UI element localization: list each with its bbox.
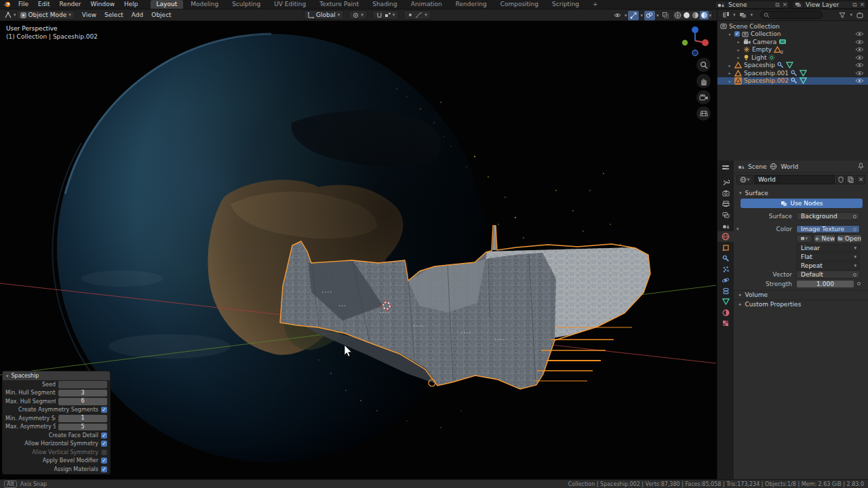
navigation-gizmo[interactable] bbox=[677, 23, 713, 58]
collection-checkbox[interactable]: ✓ bbox=[734, 31, 740, 37]
disclosure-triangle[interactable]: ▸ bbox=[736, 55, 741, 60]
hide-eye-icon[interactable] bbox=[855, 39, 864, 45]
max-asymmetry-field[interactable]: 5 bbox=[58, 424, 107, 431]
properties-tab-modifiers[interactable] bbox=[717, 253, 734, 264]
hide-eye-icon[interactable] bbox=[855, 62, 864, 68]
gizmos-caret[interactable]: ▾ bbox=[640, 13, 643, 18]
properties-tab-tool[interactable] bbox=[717, 177, 734, 188]
vertical-symmetry-checkbox[interactable] bbox=[101, 449, 107, 455]
editor-type-outliner-icon[interactable] bbox=[720, 10, 731, 20]
outliner-row-camera[interactable]: ▸ Camera bbox=[717, 38, 868, 46]
properties-tab-view-layer[interactable] bbox=[717, 209, 734, 220]
scene-copy-icon[interactable]: ⧉ bbox=[774, 1, 781, 9]
assign-materials-checkbox[interactable]: ✓ bbox=[101, 466, 107, 472]
editor-type-properties-icon[interactable] bbox=[717, 162, 734, 173]
gizmo-neg-z-axis[interactable] bbox=[692, 50, 698, 56]
vector-dropdown[interactable]: Default bbox=[796, 270, 860, 279]
properties-tab-output[interactable] bbox=[717, 199, 734, 209]
blender-logo-icon[interactable] bbox=[3, 1, 12, 8]
face-detail-checkbox[interactable]: ✓ bbox=[101, 432, 107, 439]
workspace-tab-modeling[interactable]: Modeling bbox=[184, 0, 224, 9]
interpolation-dropdown[interactable]: Linear bbox=[796, 244, 860, 252]
image-open-button[interactable]: Open bbox=[837, 235, 862, 243]
editor-type-caret[interactable]: ▾ bbox=[14, 12, 16, 18]
shading-rendered-button[interactable] bbox=[700, 11, 709, 20]
hide-eye-icon[interactable] bbox=[855, 47, 864, 52]
custom-properties-section-header[interactable]: ▸ Custom Properties bbox=[734, 300, 868, 308]
strength-slider[interactable]: 1.000 bbox=[796, 280, 854, 288]
pivot-point-dropdown[interactable]: ▾ bbox=[349, 10, 368, 20]
operator-panel-header[interactable]: ▾ Spaceship bbox=[3, 371, 110, 380]
transform-orientation-dropdown[interactable]: Global ▾ bbox=[304, 10, 344, 20]
outliner-search-input[interactable] bbox=[760, 11, 823, 19]
object-type-visibility-dropdown[interactable] bbox=[612, 11, 623, 20]
filter-caret[interactable]: ▾ bbox=[850, 12, 852, 18]
disclosure-triangle[interactable]: ▸ bbox=[727, 70, 732, 75]
panel-collapse-icon[interactable]: ▾ bbox=[6, 373, 9, 379]
workspace-tab-sculpting[interactable]: Sculpting bbox=[226, 0, 267, 9]
scene-selector[interactable]: Scene ⧉ ✕ bbox=[715, 1, 789, 9]
outliner-row-spaceship-002[interactable]: ▸ Spaceship.002 bbox=[717, 77, 868, 85]
gizmo-z-axis[interactable] bbox=[692, 26, 698, 33]
volume-section-header[interactable]: ▸ Volume bbox=[734, 290, 868, 299]
show-overlays-toggle[interactable] bbox=[644, 11, 655, 20]
copy-datablock-icon[interactable] bbox=[846, 175, 855, 184]
view-layer-unlink-icon[interactable]: ✕ bbox=[859, 1, 866, 8]
seed-field[interactable] bbox=[58, 381, 107, 388]
shading-wireframe-button[interactable] bbox=[673, 11, 682, 20]
properties-tab-particles[interactable] bbox=[717, 264, 734, 274]
properties-tab-material[interactable] bbox=[717, 307, 734, 318]
properties-tab-render[interactable] bbox=[717, 188, 734, 199]
surface-shader-dropdown[interactable]: Background bbox=[796, 212, 860, 220]
surface-section-header[interactable]: ▾ Surface bbox=[734, 188, 868, 197]
projection-dropdown[interactable]: Flat bbox=[796, 253, 860, 261]
scene-name[interactable]: Scene bbox=[726, 1, 774, 8]
menu-file[interactable]: File bbox=[14, 0, 33, 9]
workspace-tab-compositing[interactable]: Compositing bbox=[494, 0, 545, 9]
workspace-add-button[interactable]: + bbox=[587, 0, 604, 9]
create-asymmetry-checkbox[interactable]: ✓ bbox=[101, 407, 107, 413]
outliner-row-scene-collection[interactable]: Scene Collection bbox=[717, 22, 868, 30]
view-layer-name[interactable]: View Layer bbox=[804, 1, 851, 8]
pin-icon[interactable] bbox=[858, 163, 864, 170]
menu-window[interactable]: Window bbox=[87, 0, 119, 9]
color-expand-icon[interactable]: ▾ bbox=[736, 226, 739, 232]
pan-button[interactable] bbox=[696, 74, 711, 88]
overlays-caret[interactable]: ▾ bbox=[656, 13, 659, 18]
disclosure-triangle[interactable]: ▸ bbox=[736, 39, 741, 44]
editor-type-3d-viewport-icon[interactable] bbox=[3, 10, 14, 20]
horizontal-symmetry-checkbox[interactable]: ✓ bbox=[101, 441, 107, 447]
world-name-field[interactable]: World bbox=[754, 175, 835, 184]
properties-tab-object[interactable] bbox=[717, 242, 734, 253]
hide-eye-icon[interactable] bbox=[855, 31, 864, 37]
disclosure-triangle[interactable]: ▸ bbox=[727, 79, 732, 83]
outliner-row-collection[interactable]: ▾ ✓ Collection bbox=[717, 30, 868, 39]
min-asymmetry-field[interactable]: 1 bbox=[58, 415, 107, 422]
view-layer-selector[interactable]: View Layer ⧉ ✕ bbox=[792, 1, 867, 9]
workspace-tab-texture-paint[interactable]: Texture Paint bbox=[313, 0, 365, 9]
zoom-button[interactable] bbox=[696, 58, 711, 72]
disclosure-triangle[interactable]: ▾ bbox=[727, 32, 732, 37]
mode-dropdown[interactable]: Object Mode ▾ bbox=[16, 10, 75, 20]
snap-dropdown[interactable]: ▾ bbox=[372, 10, 399, 20]
show-gizmos-toggle[interactable] bbox=[628, 11, 639, 20]
proportional-editing-dropdown[interactable]: ▾ bbox=[403, 10, 431, 20]
menu-render[interactable]: Render bbox=[56, 0, 85, 9]
use-nodes-button[interactable]: Use Nodes bbox=[741, 199, 863, 208]
new-collection-icon[interactable] bbox=[854, 10, 865, 20]
outliner-row-spaceship-001[interactable]: ▸ Spaceship.001 bbox=[717, 69, 868, 77]
viewport-menu-add[interactable]: Add bbox=[127, 9, 147, 20]
shading-caret[interactable]: ▾ bbox=[709, 13, 711, 18]
max-hull-field[interactable]: 6 bbox=[58, 398, 107, 405]
display-mode-caret[interactable]: ▾ bbox=[751, 12, 753, 18]
properties-tab-constraints[interactable] bbox=[717, 285, 734, 296]
shading-solid-button[interactable] bbox=[682, 11, 691, 20]
properties-tab-texture[interactable] bbox=[717, 318, 734, 329]
world-browse-dropdown[interactable]: ▾ bbox=[736, 175, 753, 184]
gizmo-y-axis[interactable] bbox=[682, 40, 688, 45]
viewport-menu-select[interactable]: Select bbox=[100, 9, 127, 20]
extension-dropdown[interactable]: Repeat bbox=[796, 262, 860, 270]
view-layer-copy-icon[interactable]: ⧉ bbox=[851, 1, 859, 9]
menu-edit[interactable]: Edit bbox=[34, 0, 54, 9]
disclosure-triangle[interactable]: ▸ bbox=[727, 63, 732, 68]
